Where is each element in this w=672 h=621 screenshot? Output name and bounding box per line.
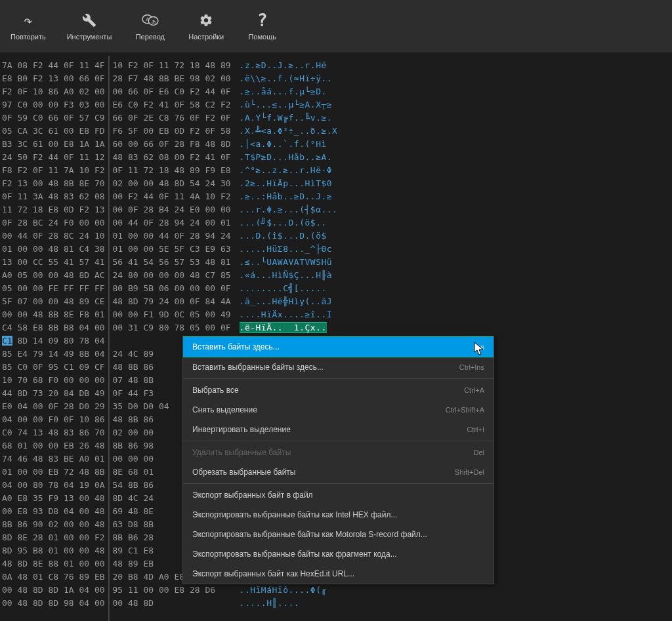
hex-column-left[interactable]: 7A 08 F2 44 0F 11 4FE8 B0 F2 13 00 66 0F… (0, 56, 110, 621)
ascii-row[interactable]: .^°≥..z.≥..r.Hë·Φ (240, 164, 338, 177)
settings-button[interactable]: Настройки (178, 5, 234, 47)
menu-item[interactable]: Вставить выбранные байты здесь...Ctrl+In… (183, 357, 494, 377)
hex-row-left[interactable]: 00 E8 93 D8 04 00 48 (2, 505, 105, 518)
help-button[interactable]: ? Помощь (234, 5, 290, 47)
hex-row-right[interactable]: 48 8D 79 24 00 0F 84 4A (113, 295, 231, 308)
ascii-row[interactable]: .ä_...Hë╬Hìy(..äJ (240, 295, 338, 308)
ascii-row[interactable]: .....H║.... (240, 597, 338, 610)
hex-row-right[interactable]: F6 5F 00 EB 0D F2 0F 58 (113, 125, 231, 138)
hex-row-left[interactable]: C0 74 13 48 83 86 70 (2, 426, 105, 439)
hex-row-left[interactable]: 8B 86 90 02 00 00 48 (2, 518, 105, 531)
hex-row-left[interactable]: 97 C0 00 00 F3 03 00 (2, 98, 105, 111)
hex-row-right[interactable]: E6 C0 F2 41 0F 58 C2 F2 (113, 98, 231, 111)
hex-row-left[interactable]: C1 8D 14 09 80 78 04 (2, 334, 105, 348)
menu-item[interactable]: Экспорт выбранных байт в файл (183, 485, 494, 505)
hex-row-left[interactable]: 13 00 CC 55 41 57 41 (2, 256, 105, 269)
hex-row-left[interactable]: 01 00 00 EB 72 48 8B (2, 466, 105, 479)
hex-row-left[interactable]: 05 00 00 FE FF FF FF (2, 282, 105, 295)
hex-row-left[interactable]: 04 00 80 78 04 19 0A (2, 479, 105, 492)
ascii-row[interactable]: .≥..:Håb..≥D..J.≥ (240, 190, 338, 203)
hex-row-left[interactable]: 0F 28 BC 24 F0 00 00 (2, 216, 105, 230)
hex-row-right[interactable]: 24 80 00 00 00 48 C7 85 (113, 269, 231, 282)
ascii-row[interactable]: .≥..åá...f.µ└≥D. (240, 85, 338, 98)
hex-row-right[interactable]: 0F 11 72 18 48 89 F9 E8 (113, 164, 231, 177)
hex-row-left[interactable]: 7A 08 F2 44 0F 11 4F (2, 59, 105, 72)
hex-row-left[interactable]: 01 00 00 48 81 C4 38 (2, 243, 105, 256)
hex-row-right[interactable]: 00 0F 28 B4 24 E0 00 00 (113, 203, 231, 216)
ascii-row[interactable]: ...D.(î$...D.(ö$ (240, 230, 338, 243)
hex-row-left[interactable]: 68 01 00 00 EB 26 48 (2, 439, 105, 452)
hex-row-left[interactable]: 00 48 8D 8D 1A 04 00 (2, 584, 105, 597)
hex-row-left[interactable]: 74 46 48 83 BE A0 01 (2, 452, 105, 466)
hex-row-left[interactable]: 00 44 0F 28 8C 24 10 (2, 230, 105, 243)
translate-button[interactable]: Aあ Перевод (122, 5, 178, 47)
hex-row-right[interactable]: 01 00 00 44 0F 28 94 24 (113, 230, 231, 243)
hex-row-right[interactable]: 60 00 66 0F 28 F8 48 8D (113, 138, 231, 151)
ascii-row[interactable]: .....HüΣ8..._^├Θc (240, 243, 338, 256)
hex-row-left[interactable]: 05 CA 3C 61 00 E8 FD (2, 125, 105, 138)
tools-button[interactable]: Инструменты (56, 5, 123, 47)
ascii-row[interactable]: ...r.Φ.≥...(┤$α... (240, 203, 338, 216)
hex-row-left[interactable]: A0 E8 35 F9 13 00 48 (2, 492, 105, 505)
menu-item[interactable]: Снять выделениеCtrl+Shift+A (183, 400, 494, 420)
hex-row-left[interactable]: 24 50 F2 44 0F 11 12 (2, 151, 105, 164)
ascii-row[interactable]: .ù└...≤..µ└≥A.X┬≥ (240, 98, 338, 111)
hex-row-right[interactable]: 80 B9 5B 06 00 00 00 0F (113, 282, 231, 295)
hex-row-right[interactable]: 02 00 00 48 8D 54 24 30 (113, 177, 231, 190)
hex-row-right[interactable]: 00 66 0F E6 C0 F2 44 0F (113, 85, 231, 98)
hex-row-left[interactable]: 5F 07 00 00 48 89 CE (2, 295, 105, 308)
hex-row-left[interactable]: A0 05 00 00 48 8D AC (2, 269, 105, 282)
hex-row-left[interactable]: F2 13 00 48 8B 8E 70 (2, 177, 105, 190)
menu-item[interactable]: Экспортировать выбранные байты как Intel… (183, 505, 494, 525)
ascii-row[interactable]: ..HïMáHïô....Φ(╓ (240, 584, 338, 597)
menu-item[interactable]: Экспортировать выбранные байты как Motor… (183, 525, 494, 544)
hex-row-right[interactable]: 00 00 F1 9D 0C 05 00 49 (113, 308, 231, 321)
hex-row-left[interactable]: 00 48 8D 8D 98 04 00 (2, 597, 105, 610)
hex-row-right[interactable]: 00 48 8D (113, 597, 231, 610)
hex-row-left[interactable]: 85 C0 0F 95 C1 09 CF (2, 361, 105, 374)
hex-row-left[interactable]: C4 58 E8 8B B8 04 00 (2, 321, 105, 334)
hex-row-left[interactable]: E8 B0 F2 13 00 66 0F (2, 72, 105, 85)
hex-row-right[interactable]: 56 41 54 56 57 53 48 81 (113, 256, 231, 269)
redo-button[interactable]: ↷ Повторить (0, 5, 56, 47)
menu-item[interactable]: Обрезать выбранные байтыShift+Del (183, 462, 494, 482)
hex-row-left[interactable]: 10 70 68 F0 00 00 00 (2, 374, 105, 387)
ascii-row[interactable]: ...(╝$...D.(ö$.. (240, 216, 338, 230)
hex-row-left[interactable]: F8 F2 0F 11 7A 10 F2 (2, 164, 105, 177)
hex-row-right[interactable]: 28 F7 48 8B BE 98 02 00 (113, 72, 231, 85)
hex-row-left[interactable]: B3 3C 61 00 E8 1A 1A (2, 138, 105, 151)
menu-item[interactable]: Инвертировать выделениеCtrl+I (183, 420, 494, 439)
hex-row-right[interactable]: 01 00 00 5E 5F C3 E9 63 (113, 243, 231, 256)
hex-row-left[interactable]: 04 00 00 F0 0F 10 86 (2, 413, 105, 426)
hex-row-left[interactable]: 0A 48 01 C8 76 89 EB (2, 571, 105, 584)
menu-item[interactable]: Экспортировать выбранные байты как фрагм… (183, 544, 494, 564)
ascii-row[interactable]: .│<a.Φ..`.f.(°Hì (240, 138, 338, 151)
hex-row-right[interactable]: 00 44 0F 28 94 24 00 01 (113, 216, 231, 230)
hex-row-left[interactable]: 8D 95 B8 01 00 00 48 (2, 544, 105, 557)
ascii-row[interactable]: .≤..└UAWAVATVWSHü (240, 256, 338, 269)
hex-row-right[interactable]: 66 0F 2E C8 76 0F F2 0F (113, 111, 231, 125)
ascii-row[interactable]: .X.╩<a.Φ²÷_..δ.≥.X (240, 125, 338, 138)
ascii-row[interactable]: ........C╣[..... (240, 282, 338, 295)
hex-row-left[interactable]: 0F 59 C0 66 0F 57 C9 (2, 111, 105, 125)
hex-row-left[interactable]: 85 E4 79 14 49 8B 04 (2, 348, 105, 361)
menu-item[interactable]: Выбрать всеCtrl+A (183, 380, 494, 400)
hex-row-left[interactable]: 48 8D 8E 88 01 00 00 (2, 557, 105, 571)
ascii-row[interactable]: .z.≥D..J.≥..r.Hë (240, 59, 338, 72)
ascii-row[interactable]: .«á...HìÑ$Ç...H╟à (240, 269, 338, 282)
menu-item[interactable]: Вставить байты здесь...Ins (183, 336, 494, 357)
hex-row-left[interactable]: 00 00 48 8B 8E F8 01 (2, 308, 105, 321)
hex-row-left[interactable]: 0F 11 3A 48 83 62 08 (2, 190, 105, 203)
ascii-row[interactable]: .ë\\≥..f.(≈Hï÷ÿ.. (240, 72, 338, 85)
hex-row-right[interactable]: 00 F2 44 0F 11 4A 10 F2 (113, 190, 231, 203)
ascii-row[interactable]: .T$P≥D...Håb..≥A. (240, 151, 338, 164)
hex-row-right[interactable]: 48 83 62 08 00 F2 41 0F (113, 151, 231, 164)
hex-row-left[interactable]: E0 04 00 0F 28 D0 29 (2, 400, 105, 413)
hex-row-right[interactable]: 10 F2 0F 11 72 18 48 89 (113, 59, 231, 72)
hex-row-left[interactable]: 8D 8E 28 01 00 00 F2 (2, 531, 105, 544)
hex-row-left[interactable]: F2 0F 10 86 A0 02 00 (2, 85, 105, 98)
hex-row-left[interactable]: 11 72 18 E8 0D F2 13 (2, 203, 105, 216)
ascii-row[interactable]: .2≥..HïÄp...HìT$0 (240, 177, 338, 190)
ascii-row[interactable]: ....HïÄx....≥î..I (240, 308, 338, 321)
ascii-row[interactable]: .A.Y└f.W╔f..╚v.≥. (240, 111, 338, 125)
